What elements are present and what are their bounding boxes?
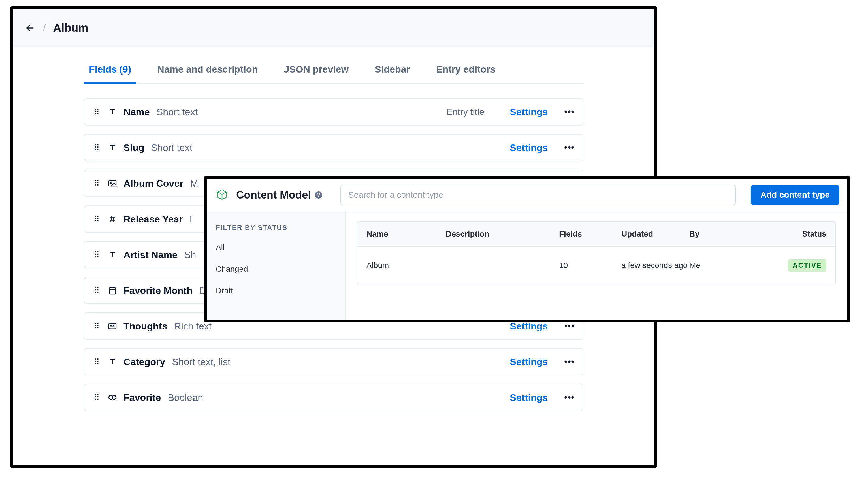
content-model-title: Content Model ? xyxy=(236,189,322,201)
field-name-label: Release Year xyxy=(123,214,183,225)
content-model-icon xyxy=(215,187,229,202)
drag-handle-icon[interactable]: ⠿ xyxy=(92,286,101,295)
field-row: ⠿ Favorite Boolean Settings ••• xyxy=(84,384,583,411)
field-settings-link[interactable]: Settings xyxy=(510,106,548,118)
content-model-title-text: Content Model xyxy=(236,189,311,201)
filter-draft[interactable]: Draft xyxy=(210,280,342,301)
field-more-button[interactable]: ••• xyxy=(564,107,575,117)
add-content-type-button[interactable]: Add content type xyxy=(751,185,839,205)
content-type-search[interactable] xyxy=(340,185,736,205)
cell-name: Album xyxy=(367,261,446,270)
field-name-label: Artist Name xyxy=(123,249,178,261)
field-more-button[interactable]: ••• xyxy=(564,357,575,367)
media-type-icon xyxy=(106,177,118,189)
field-name-label: Favorite xyxy=(123,392,161,403)
editor-tabs: Fields (9) Name and description JSON pre… xyxy=(84,47,583,84)
cell-fields: 10 xyxy=(559,261,621,270)
calendar-type-icon xyxy=(106,284,118,296)
col-fields: Fields xyxy=(559,230,621,239)
text-type-icon xyxy=(106,142,118,154)
table-row[interactable]: Album 10 a few seconds ago Me ACTIVE xyxy=(358,247,835,284)
cell-updated: a few seconds ago xyxy=(621,260,689,271)
field-type-label: M xyxy=(190,178,198,189)
field-row: ⠿ Slug Short text Settings ••• xyxy=(84,134,583,161)
svg-rect-4 xyxy=(109,323,116,329)
tab-json-preview[interactable]: JSON preview xyxy=(279,60,354,84)
breadcrumb-separator: / xyxy=(43,22,45,33)
field-name-label: Name xyxy=(123,106,150,118)
tab-entry-editors[interactable]: Entry editors xyxy=(431,60,501,84)
field-type-label: Short text xyxy=(157,106,198,118)
content-type-search-input[interactable] xyxy=(348,190,728,200)
field-name-label: Thoughts xyxy=(123,321,167,332)
text-type-icon xyxy=(106,106,118,118)
drag-handle-icon[interactable]: ⠿ xyxy=(92,250,101,260)
field-name-label: Slug xyxy=(123,142,145,153)
tab-name-description[interactable]: Name and description xyxy=(152,60,263,84)
field-type-label: Short text, list xyxy=(172,356,230,367)
status-badge: ACTIVE xyxy=(788,259,826,272)
editor-header: / Album xyxy=(13,9,654,47)
number-type-icon xyxy=(106,213,118,225)
table-header-row: Name Description Fields Updated By Statu… xyxy=(358,221,835,247)
drag-handle-icon[interactable]: ⠿ xyxy=(92,143,101,152)
tab-fields[interactable]: Fields (9) xyxy=(84,60,136,84)
col-by: By xyxy=(689,230,752,239)
filter-all[interactable]: All xyxy=(210,237,342,258)
cell-status: ACTIVE xyxy=(752,259,826,272)
field-type-label: I xyxy=(189,214,192,225)
field-type-label: Boolean xyxy=(168,392,203,403)
cell-by: Me xyxy=(689,261,752,270)
entry-title-badge: Entry title xyxy=(446,107,484,117)
content-model-window: Content Model ? Add content type FILTER … xyxy=(204,176,850,323)
drag-handle-icon[interactable]: ⠿ xyxy=(92,322,101,331)
field-settings-link[interactable]: Settings xyxy=(510,356,548,367)
drag-handle-icon[interactable]: ⠿ xyxy=(92,214,101,224)
col-status: Status xyxy=(752,230,826,239)
content-types-table: Name Description Fields Updated By Statu… xyxy=(357,221,836,284)
tab-sidebar[interactable]: Sidebar xyxy=(370,60,415,84)
field-settings-link[interactable]: Settings xyxy=(510,142,548,153)
field-type-label: Sh xyxy=(184,249,196,261)
content-model-header: Content Model ? Add content type xyxy=(207,179,847,211)
field-row: ⠿ Category Short text, list Settings ••• xyxy=(84,348,583,375)
boolean-type-icon xyxy=(106,392,118,403)
content-types-table-area: Name Description Fields Updated By Statu… xyxy=(345,211,847,319)
field-type-label: Short text xyxy=(151,142,193,153)
svg-rect-3 xyxy=(109,287,116,294)
field-name-label: Album Cover xyxy=(123,178,184,189)
svg-point-2 xyxy=(111,182,112,184)
filter-changed[interactable]: Changed xyxy=(210,258,342,280)
col-name: Name xyxy=(367,230,446,239)
field-name-label: Favorite Month xyxy=(123,285,193,296)
col-description: Description xyxy=(446,230,559,239)
help-icon[interactable]: ? xyxy=(315,191,322,199)
status-filter-sidebar: FILTER BY STATUS All Changed Draft xyxy=(207,211,345,319)
text-type-icon xyxy=(106,356,118,368)
drag-handle-icon[interactable]: ⠿ xyxy=(92,393,101,402)
field-more-button[interactable]: ••• xyxy=(564,143,575,152)
field-row: ⠿ Name Short text Entry title Settings •… xyxy=(84,98,583,125)
text-type-icon xyxy=(106,249,118,261)
field-name-label: Category xyxy=(123,356,165,367)
drag-handle-icon[interactable]: ⠿ xyxy=(92,108,101,117)
filter-heading: FILTER BY STATUS xyxy=(210,221,342,237)
field-settings-link[interactable]: Settings xyxy=(510,392,548,403)
field-more-button[interactable]: ••• xyxy=(564,393,575,402)
back-button[interactable] xyxy=(24,22,36,34)
drag-handle-icon[interactable]: ⠿ xyxy=(92,179,101,188)
field-more-button[interactable]: ••• xyxy=(564,321,575,331)
drag-handle-icon[interactable]: ⠿ xyxy=(92,357,101,367)
page-title: Album xyxy=(53,22,88,34)
col-updated: Updated xyxy=(621,230,689,239)
richtext-type-icon xyxy=(106,320,118,332)
